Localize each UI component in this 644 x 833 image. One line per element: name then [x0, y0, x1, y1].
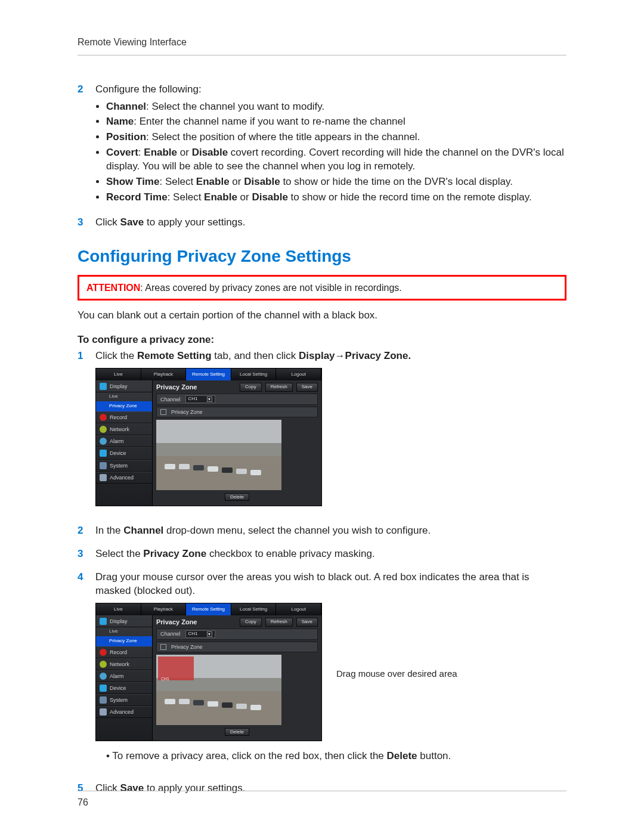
step-number: 3	[78, 216, 88, 230]
header-title: Remote Viewing Interface	[78, 37, 187, 47]
tab-logout[interactable]: Logout	[276, 368, 321, 380]
sidebar-item-system[interactable]: System	[96, 460, 152, 472]
sidebar-item-alarm[interactable]: Alarm	[96, 435, 152, 447]
sidebar-item-device[interactable]: Device	[96, 447, 152, 459]
device-icon	[100, 450, 107, 457]
mask-label: CH1	[161, 676, 169, 682]
step-body: Select the Privacy Zone checkbox to enab…	[95, 547, 566, 561]
copy-button[interactable]: Copy	[240, 618, 262, 627]
step-text: Drag your mouse cursor over the areas yo…	[95, 571, 566, 598]
channel-dropdown[interactable]: CH1 ▾	[185, 395, 215, 403]
bullet-label: Show Time	[106, 176, 159, 187]
bullet-text: : Select the position of where the title…	[146, 131, 420, 143]
refresh-button[interactable]: Refresh	[265, 618, 293, 627]
tab-local-setting[interactable]: Local Setting	[231, 603, 277, 615]
attention-box: ATTENTION: Areas covered by privacy zone…	[78, 275, 566, 301]
record-icon	[100, 414, 107, 421]
channel-row: Channel CH1 ▾	[156, 394, 318, 405]
channel-label: Channel	[160, 630, 181, 637]
page-header: Remote Viewing Interface	[78, 36, 566, 55]
step-4: 4 Drag your mouse cursor over the areas …	[78, 571, 566, 773]
tab-playback[interactable]: Playback	[141, 603, 187, 615]
tab-local-setting[interactable]: Local Setting	[231, 368, 277, 380]
step-2-proc: 2 In the Channel drop-down menu, select …	[78, 524, 566, 538]
video-preview[interactable]: CH1	[156, 655, 281, 725]
sidebar-item-system[interactable]: System	[96, 694, 152, 706]
alarm-icon	[100, 673, 107, 680]
sidebar-sub-privacy-zone[interactable]: Privacy Zone	[96, 401, 152, 411]
privacy-zone-checkbox[interactable]	[160, 644, 166, 650]
sidebar-item-device[interactable]: Device	[96, 682, 152, 694]
step-number: 1	[78, 349, 88, 515]
step-body: Configure the following: Channel: Select…	[95, 83, 566, 207]
bullet-channel: Channel: Select the channel you want to …	[106, 100, 566, 114]
sidebar-item-alarm[interactable]: Alarm	[96, 670, 152, 682]
step-number: 3	[78, 547, 88, 561]
tab-playback[interactable]: Playback	[141, 368, 187, 380]
save-button[interactable]: Save	[296, 618, 318, 627]
sidebar-item-display[interactable]: Display	[96, 615, 152, 627]
display-icon	[100, 618, 107, 625]
bullet-label: Position	[106, 131, 146, 143]
sidebar-item-network[interactable]: Network	[96, 423, 152, 435]
panel-title: Privacy Zone	[156, 618, 197, 627]
refresh-button[interactable]: Refresh	[265, 383, 293, 392]
advanced-icon	[100, 708, 107, 716]
dvr-tab-bar: Live Playback Remote Setting Local Setti…	[96, 603, 321, 615]
tab-live[interactable]: Live	[96, 368, 141, 380]
sidebar-item-display[interactable]: Display	[96, 380, 152, 392]
step-number: 2	[78, 524, 88, 538]
chevron-down-icon: ▾	[207, 631, 212, 637]
step-lead: Configure the following:	[95, 83, 202, 95]
dvr-sidebar: Display Live Privacy Zone Record Network…	[96, 615, 152, 741]
step-4-note: • To remove a privacy area, click on the…	[106, 750, 566, 763]
step-body: In the Channel drop-down menu, select th…	[95, 524, 566, 538]
bullet-label: Record Time	[106, 191, 168, 203]
tab-remote-setting[interactable]: Remote Setting	[186, 368, 231, 380]
delete-button[interactable]: Delete	[225, 728, 249, 736]
step-3-proc: 3 Select the Privacy Zone checkbox to en…	[78, 547, 566, 561]
privacy-zone-label: Privacy Zone	[171, 643, 203, 651]
save-button[interactable]: Save	[296, 383, 318, 392]
sidebar-item-record[interactable]: Record	[96, 646, 152, 658]
bullet-show-time: Show Time: Select Enable or Disable to s…	[106, 175, 566, 189]
bullet-text: : Select the channel you want to modify.	[146, 101, 324, 112]
tab-logout[interactable]: Logout	[276, 603, 321, 615]
step-body: Drag your mouse cursor over the areas yo…	[95, 571, 566, 773]
section-intro: You can blank out a certain portion of t…	[78, 309, 566, 323]
copy-button[interactable]: Copy	[240, 383, 262, 392]
sidebar-item-advanced[interactable]: Advanced	[96, 472, 152, 484]
bullet-record-time: Record Time: Select Enable or Disable to…	[106, 191, 566, 205]
dvr-sidebar: Display Live Privacy Zone Record Network…	[96, 380, 152, 506]
video-preview[interactable]	[156, 420, 281, 490]
channel-dropdown[interactable]: CH1 ▾	[185, 630, 215, 638]
step-body: Click the Remote Setting tab, and then c…	[95, 349, 566, 515]
dvr-screenshot-2: Live Playback Remote Setting Local Setti…	[95, 603, 322, 741]
bullet-position: Position: Select the position of where t…	[106, 131, 566, 144]
network-icon	[100, 661, 107, 668]
sidebar-sub-privacy-zone[interactable]: Privacy Zone	[96, 636, 152, 646]
sidebar-item-record[interactable]: Record	[96, 411, 152, 423]
procedure-subhead: To configure a privacy zone:	[78, 333, 566, 347]
page-footer: 76	[78, 791, 566, 809]
channel-value: CH1	[188, 631, 198, 637]
step-1: 1 Click the Remote Setting tab, and then…	[78, 349, 566, 515]
step-2: 2 Configure the following: Channel: Sele…	[78, 83, 566, 207]
tab-live[interactable]: Live	[96, 603, 141, 615]
privacy-zone-checkbox[interactable]	[160, 409, 166, 415]
delete-button[interactable]: Delete	[225, 493, 249, 501]
step-body: Click Save to apply your settings.	[95, 216, 566, 230]
advanced-icon	[100, 474, 107, 481]
sidebar-item-advanced[interactable]: Advanced	[96, 706, 152, 718]
sidebar-sub-live[interactable]: Live	[96, 627, 152, 636]
bullet-name: Name: Enter the channel name if you want…	[106, 115, 566, 129]
bullet-text: : Enter the channel name if you want to …	[134, 116, 405, 127]
sidebar-item-network[interactable]: Network	[96, 658, 152, 670]
sidebar-sub-live[interactable]: Live	[96, 392, 152, 401]
panel-header: Privacy Zone Copy Refresh Save	[156, 618, 318, 627]
tab-remote-setting[interactable]: Remote Setting	[186, 603, 231, 615]
device-icon	[100, 685, 107, 692]
privacy-zone-row: Privacy Zone	[156, 642, 318, 652]
channel-value: CH1	[188, 396, 198, 402]
record-icon	[100, 649, 107, 656]
